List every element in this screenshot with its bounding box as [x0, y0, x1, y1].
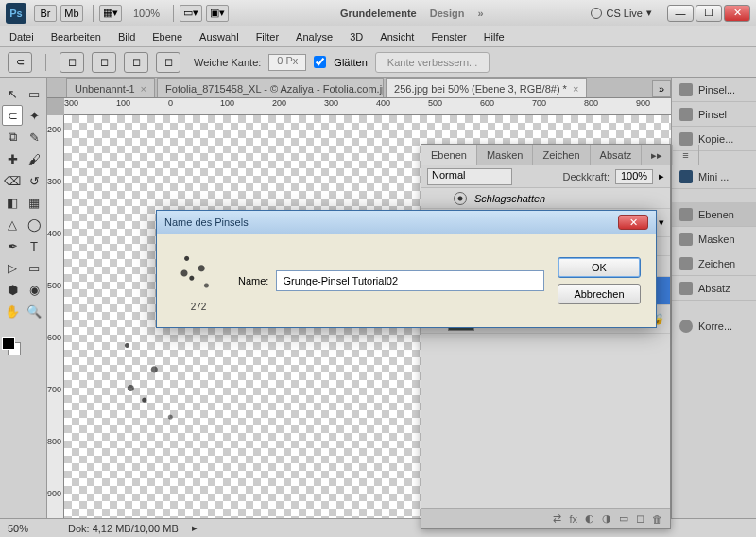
menu-hilfe[interactable]: Hilfe — [484, 31, 505, 43]
brush-tool-icon[interactable]: 🖌 — [24, 148, 44, 169]
history-brush-icon[interactable]: ↺ — [24, 170, 44, 191]
doc-tab[interactable]: 256.jpg bei 50% (Ebene 3, RGB/8#) *× — [386, 78, 587, 97]
path-tool-icon[interactable]: ▷ — [2, 257, 23, 278]
workspace-link[interactable]: Design — [430, 8, 465, 19]
mask-icon[interactable]: ◐ — [585, 512, 594, 525]
maximize-button[interactable]: ☐ — [696, 5, 722, 22]
3d-tool-icon[interactable]: ⬢ — [2, 279, 23, 300]
brush-icon — [679, 108, 693, 121]
layer-effect-item[interactable]: Schlagschatten — [421, 188, 670, 209]
blur-tool-icon[interactable]: △ — [2, 214, 23, 234]
eraser-tool-icon[interactable]: ◧ — [2, 192, 23, 213]
hand-tool-icon[interactable]: ✋ — [2, 301, 23, 321]
dock-korrekturen[interactable]: Korre... — [672, 314, 756, 338]
color-swatch[interactable] — [2, 337, 21, 355]
move-tool-icon[interactable]: ↖ — [2, 83, 23, 104]
screen-mode-icon[interactable]: ▣▾ — [206, 5, 229, 22]
ok-button[interactable]: OK — [558, 257, 641, 278]
opacity-arrow-icon[interactable]: ▸ — [659, 170, 664, 182]
crop-tool-icon[interactable]: ⧉ — [2, 127, 23, 147]
workspace-link[interactable]: Grundelemente — [340, 8, 417, 19]
blend-mode-select[interactable]: Normal — [427, 168, 512, 185]
layers-footer: ⇄ fx ◐ ◑ ▭ ◻ 🗑 — [421, 508, 670, 528]
dock-ebenen[interactable]: Ebenen — [672, 202, 756, 227]
menu-datei[interactable]: Datei — [9, 31, 34, 43]
menu-bild[interactable]: Bild — [118, 31, 135, 43]
refine-edge-button[interactable]: Kante verbessern... — [375, 52, 490, 73]
ruler-horizontal: 300 100 0 100 200 300 400 500 600 700 80… — [64, 98, 671, 115]
marquee-tool-icon[interactable]: ▭ — [24, 83, 44, 104]
close-button[interactable]: ✕ — [724, 5, 750, 22]
dialog-titlebar[interactable]: Name des Pinsels ✕ — [157, 211, 656, 234]
adjustment-icon[interactable]: ◑ — [602, 512, 611, 525]
dock-pinsel[interactable]: Pinsel — [672, 102, 756, 127]
minibridge-icon[interactable]: Mb — [60, 5, 83, 22]
lasso-tool-icon[interactable]: ⊂ — [2, 105, 23, 126]
link-layers-icon[interactable]: ⇄ — [553, 512, 561, 525]
menu-ansicht[interactable]: Ansicht — [380, 31, 414, 43]
trash-icon[interactable]: 🗑 — [652, 513, 662, 525]
smooth-checkbox[interactable] — [314, 56, 326, 68]
doc-tab[interactable]: Unbenannt-1× — [66, 78, 155, 97]
dock-pinsel-presets[interactable]: Pinsel... — [672, 78, 756, 102]
menu-ebene[interactable]: Ebene — [152, 31, 182, 43]
fx-icon[interactable]: fx — [569, 513, 577, 525]
dock-zeichen[interactable]: Zeichen — [672, 251, 756, 276]
panel-tab-ebenen[interactable]: Ebenen — [421, 145, 477, 165]
shape-tool-icon[interactable]: ▭ — [24, 257, 44, 278]
menu-fenster[interactable]: Fenster — [431, 31, 466, 43]
minimize-button[interactable]: — — [667, 5, 694, 22]
dock-masken[interactable]: Masken — [672, 227, 756, 251]
heal-tool-icon[interactable]: ✚ — [2, 148, 23, 169]
dock-absatz[interactable]: Absatz — [672, 276, 756, 301]
brush-name-input[interactable] — [276, 270, 544, 291]
panel-tab-absatz[interactable]: Absatz — [591, 145, 643, 165]
type-tool-icon[interactable]: T — [24, 235, 44, 256]
cslive-button[interactable]: CS Live ▾ — [591, 7, 652, 19]
selection-new-icon[interactable]: ◻ — [60, 52, 84, 73]
dock-minibridge[interactable]: Mini ... — [672, 165, 756, 189]
new-layer-icon[interactable]: ◻ — [636, 512, 644, 525]
menu-analyse[interactable]: Analyse — [296, 31, 333, 43]
eyedropper-tool-icon[interactable]: ✎ — [24, 127, 44, 147]
view-mode-icon[interactable]: ▦▾ — [99, 5, 122, 22]
workspace-more-icon[interactable]: » — [477, 8, 483, 19]
arrange-icon[interactable]: ▭▾ — [180, 5, 202, 22]
panel-tab-masken[interactable]: Masken — [477, 145, 534, 165]
dialog-close-button[interactable]: ✕ — [618, 215, 648, 230]
status-zoom[interactable]: 50% — [8, 523, 55, 534]
visibility-icon[interactable] — [454, 192, 467, 205]
chevron-down-icon[interactable]: ▾ — [659, 217, 664, 229]
gradient-tool-icon[interactable]: ▦ — [24, 192, 44, 213]
panel-tab-zeichen[interactable]: Zeichen — [533, 145, 590, 165]
lasso-tool-icon[interactable]: ⊂ — [8, 52, 32, 73]
menu-filter[interactable]: Filter — [256, 31, 279, 43]
status-arrow-icon[interactable]: ▸ — [192, 522, 198, 534]
pen-tool-icon[interactable]: ✒ — [2, 235, 23, 256]
selection-add-icon[interactable]: ◻ — [92, 52, 116, 73]
stamp-tool-icon[interactable]: ⌫ — [2, 170, 23, 191]
zoom-tool-icon[interactable]: 🔍 — [24, 301, 44, 321]
menu-auswahl[interactable]: Auswahl — [199, 31, 239, 43]
close-icon[interactable]: × — [573, 83, 578, 95]
close-icon[interactable]: × — [141, 83, 146, 95]
selection-subtract-icon[interactable]: ◻ — [124, 52, 148, 73]
menu-bearbeiten[interactable]: Bearbeiten — [51, 31, 101, 43]
wand-tool-icon[interactable]: ✦ — [24, 105, 44, 126]
doc-tab[interactable]: Fotolia_8715458_XL - © Azaliya - Fotolia… — [157, 78, 384, 97]
3d-camera-icon[interactable]: ◉ — [24, 279, 44, 300]
tab-scroll-icon[interactable]: » — [652, 80, 671, 97]
bridge-icon[interactable]: Br — [34, 5, 57, 22]
opacity-label: Deckkraft: — [562, 171, 610, 182]
group-icon[interactable]: ▭ — [619, 512, 628, 525]
opacity-field[interactable]: 100% — [615, 169, 653, 184]
dodge-tool-icon[interactable]: ◯ — [24, 214, 44, 234]
panel-menu-icon[interactable]: ≡ — [673, 145, 698, 165]
selection-intersect-icon[interactable]: ◻ — [156, 52, 180, 73]
zoom-level[interactable]: 100% — [133, 8, 160, 19]
panel-collapse-icon[interactable]: ▸▸ — [642, 145, 673, 165]
soft-edge-field[interactable]: 0 Px — [268, 54, 306, 71]
document-tabs: Unbenannt-1× Fotolia_8715458_XL - © Azal… — [47, 78, 671, 98]
cancel-button[interactable]: Abbrechen — [558, 284, 641, 304]
menu-3d[interactable]: 3D — [350, 31, 363, 43]
